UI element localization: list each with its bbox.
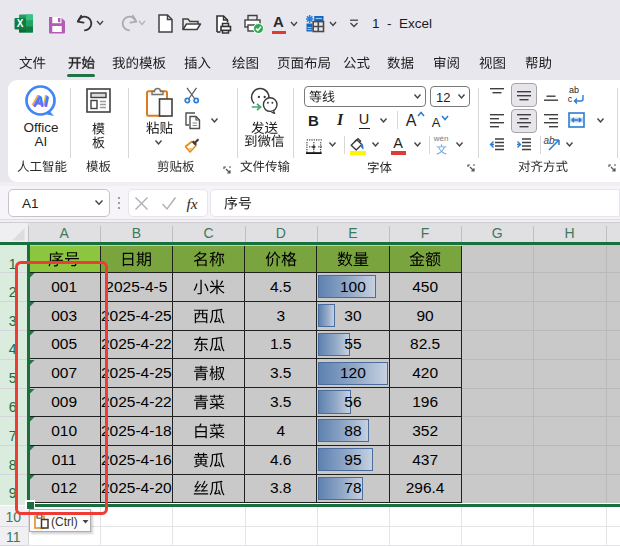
svg-text:X: X: [17, 18, 24, 29]
svg-text:AI: AI: [32, 92, 49, 109]
